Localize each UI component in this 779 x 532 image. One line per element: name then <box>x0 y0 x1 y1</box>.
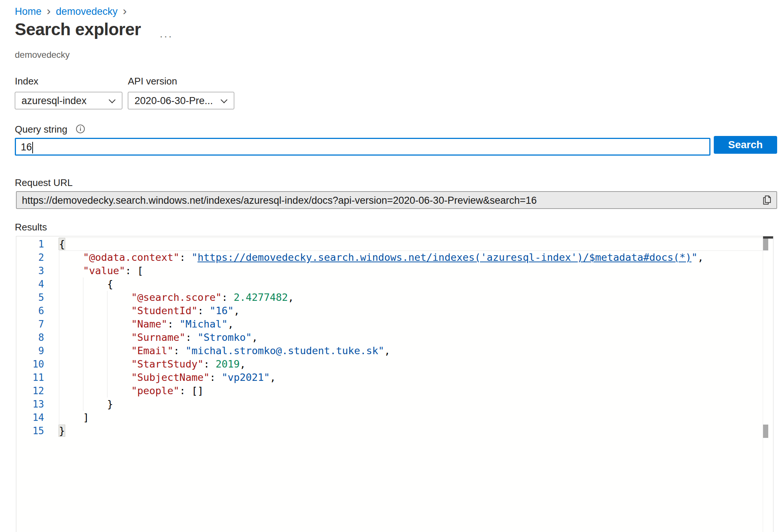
page-subtitle: demovedecky <box>15 50 70 60</box>
api-version-select[interactable]: 2020-06-30-Pre... <box>128 92 234 109</box>
indent-guide <box>59 411 59 424</box>
code-line: 9 "Email": "michal.stromko@.student.tuke… <box>16 344 763 358</box>
line-number: 9 <box>16 344 44 358</box>
indent-guide <box>107 317 107 331</box>
indent-guide <box>83 291 83 304</box>
results-editor[interactable]: 1{2 "@odata.context": "https://demovedec… <box>16 236 773 532</box>
info-icon[interactable] <box>75 124 86 134</box>
code-token: { <box>107 278 113 290</box>
indent-guide <box>59 371 59 384</box>
indent-guide <box>59 264 59 277</box>
results-label: Results <box>15 222 47 233</box>
code-line: 5 "@search.score": 2.4277482, <box>16 291 763 304</box>
code-token: " <box>692 252 697 263</box>
code-token: "Email" <box>131 345 173 356</box>
request-url-field[interactable]: https://demovedecky.search.windows.net/i… <box>16 191 777 209</box>
code-token: : <box>203 358 216 370</box>
scrollbar-thumb[interactable] <box>763 239 768 250</box>
search-explorer-page: Home › demovedecky › Search explorer ···… <box>0 0 779 532</box>
indent-guide <box>107 344 107 358</box>
indent-guide <box>83 304 83 317</box>
code-token: , <box>228 318 233 330</box>
indent-guide <box>83 344 83 358</box>
indent-guide <box>107 371 107 384</box>
index-select[interactable]: azuresql-index <box>15 92 122 109</box>
request-url-value: https://demovedecky.search.windows.net/i… <box>22 195 537 206</box>
request-url-label: Request URL <box>15 177 73 189</box>
code-token: } <box>107 398 113 410</box>
code-token: "people" <box>131 385 179 396</box>
chevron-down-icon <box>109 96 115 103</box>
query-string-input[interactable]: 16 <box>15 138 710 156</box>
code-line: 4 { <box>16 277 763 291</box>
indent-guide <box>107 331 107 344</box>
overview-ruler-mark <box>763 425 768 438</box>
code-token: "StartStudy" <box>131 358 203 370</box>
editor-scrollbar[interactable] <box>763 236 773 532</box>
indent-guide <box>83 384 83 398</box>
indent-guide <box>107 304 107 317</box>
line-number: 5 <box>16 291 44 304</box>
code-token: , <box>240 358 246 370</box>
code-token: : <box>173 345 186 356</box>
code-line: 15} <box>16 424 763 438</box>
indent-guide <box>59 277 59 291</box>
code-token: : [] <box>179 385 203 396</box>
indent-guide <box>83 371 83 384</box>
code-token: : <box>209 372 222 383</box>
copy-icon <box>761 194 773 206</box>
copy-button[interactable] <box>760 194 773 207</box>
code-token: "michal.stromko@.student.tuke.sk" <box>185 345 384 356</box>
page-title: Search explorer <box>15 19 141 39</box>
more-icon[interactable]: ··· <box>159 30 173 42</box>
line-number: 8 <box>16 331 44 344</box>
line-number: 6 <box>16 304 44 317</box>
line-number: 10 <box>16 358 44 371</box>
code-token: : <box>198 305 210 316</box>
line-number: 15 <box>16 424 44 438</box>
code-token: "Surname" <box>131 332 185 343</box>
code-token: "SubjectName" <box>131 372 209 383</box>
code-token: : <box>222 292 234 303</box>
code-token: } <box>59 425 65 436</box>
code-line: 10 "StartStudy": 2019, <box>16 358 763 371</box>
chevron-right-icon: › <box>123 6 127 16</box>
indent-guide <box>83 317 83 331</box>
odata-context-link[interactable]: https://demovedecky.search.windows.net/i… <box>198 252 692 263</box>
code-token: "vp2021" <box>222 372 270 383</box>
code-token: "value" <box>83 265 125 276</box>
code-line: 14 ] <box>16 411 763 424</box>
breadcrumb-home-link[interactable]: Home <box>15 6 42 17</box>
code-token: , <box>697 252 703 263</box>
indent-guide <box>59 251 59 264</box>
indent-guide <box>59 358 59 371</box>
indent-guide <box>59 331 59 344</box>
indent-guide <box>59 291 59 304</box>
line-number: 2 <box>16 251 44 264</box>
code-token: { <box>59 238 65 250</box>
indent-guide <box>59 317 59 331</box>
indent-guide <box>83 331 83 344</box>
indent-guide <box>83 358 83 371</box>
line-number: 4 <box>16 277 44 291</box>
code-line: 8 "Surname": "Stromko", <box>16 331 763 344</box>
chevron-right-icon: › <box>47 6 51 16</box>
code-line: 11 "SubjectName": "vp2021", <box>16 371 763 384</box>
query-string-value: 16 <box>21 142 32 153</box>
code-token: 2.4277482 <box>233 292 288 303</box>
code-token: : [ <box>125 265 143 276</box>
code-token: : <box>185 332 198 343</box>
code-token: "16" <box>209 305 233 316</box>
search-button[interactable]: Search <box>714 136 777 154</box>
index-select-value: azuresql-index <box>21 95 87 107</box>
indent-guide <box>59 344 59 358</box>
breadcrumb-service-link[interactable]: demovedecky <box>56 6 118 17</box>
index-label: Index <box>15 76 39 87</box>
code-line: 1{ <box>16 237 763 251</box>
line-number: 11 <box>16 371 44 384</box>
line-number: 13 <box>16 398 44 411</box>
indent-guide <box>83 398 83 411</box>
code-line: 2 "@odata.context": "https://demovedecky… <box>16 251 763 264</box>
code-token: 2019 <box>216 358 240 370</box>
indent-guide <box>107 358 107 371</box>
